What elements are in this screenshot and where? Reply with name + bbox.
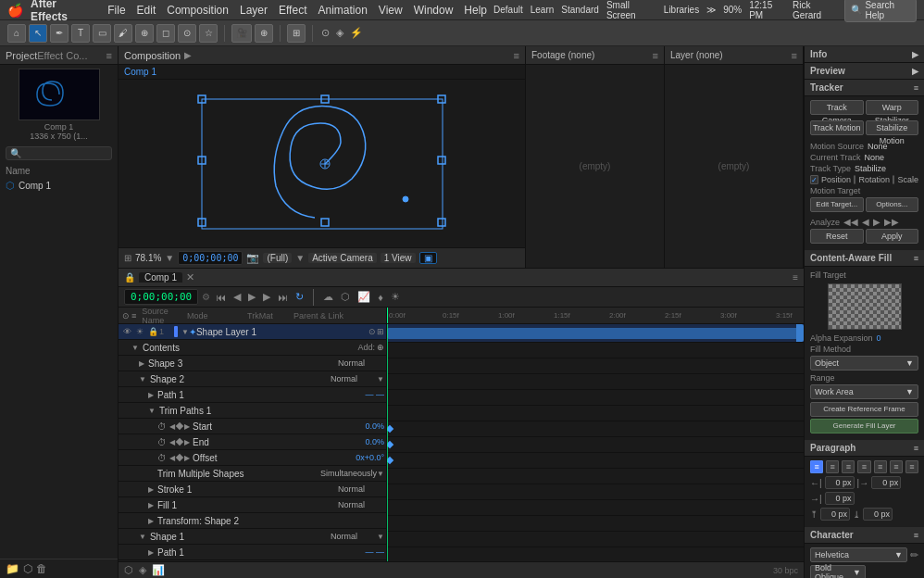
camera-tool[interactable]: 🎥	[231, 24, 252, 43]
create-ref-frame-btn[interactable]: Create Reference Frame	[810, 402, 918, 417]
stroke1-mode[interactable]: Normal	[338, 484, 384, 494]
timeline-close[interactable]: ✕	[186, 271, 194, 283]
menu-help[interactable]: Help	[459, 4, 492, 17]
shape3-row[interactable]: ▶ Shape 3 Normal	[119, 356, 386, 371]
end-stopwatch[interactable]: ⏱	[157, 437, 167, 447]
bottom-graph[interactable]: 📊	[152, 564, 165, 576]
align-justify-all-btn[interactable]: ≡	[905, 460, 918, 473]
options-btn[interactable]: Options...	[866, 197, 919, 212]
shape2-mode[interactable]: Normal	[331, 374, 377, 383]
track-row-start[interactable]	[387, 421, 804, 437]
align-center-btn[interactable]: ≡	[826, 460, 839, 473]
contents-expand[interactable]: ▼	[131, 344, 139, 352]
layer-1-mode-icons2[interactable]: ⊞	[377, 327, 384, 336]
align-right-btn[interactable]: ≡	[842, 460, 855, 473]
font-style-dropdown[interactable]: Bold Oblique ▼	[810, 565, 866, 578]
new-folder-icon[interactable]: 📁	[6, 562, 19, 575]
font-name-dropdown[interactable]: Helvetica ▼	[810, 547, 907, 562]
viewer-timecode[interactable]: 0;00;00;00	[178, 251, 243, 265]
track-motion-btn[interactable]: Track Motion	[810, 120, 864, 135]
track-row-trim[interactable]	[387, 406, 804, 421]
workspace-expand[interactable]: ≫	[706, 5, 716, 15]
align-justify-last-center-btn[interactable]: ≡	[890, 460, 903, 473]
workspace-standard[interactable]: Standard	[561, 5, 599, 15]
text-tool[interactable]: T	[71, 24, 90, 43]
shape3-expand[interactable]: ▶	[139, 359, 144, 368]
select-tool[interactable]: ↖	[29, 24, 47, 43]
tl-motion-blur-toggle[interactable]: ☁	[321, 291, 335, 303]
preview-expand[interactable]: ▶	[912, 67, 918, 76]
menu-layer[interactable]: Layer	[235, 4, 272, 17]
viewer-panel-menu[interactable]: ≡	[514, 50, 519, 61]
offset-stopwatch[interactable]: ⏱	[157, 453, 167, 463]
trim-expand[interactable]: ▼	[148, 407, 156, 415]
align-justify-btn[interactable]: ≡	[857, 460, 870, 473]
bottom-new-comp[interactable]: ⬡	[124, 564, 133, 576]
menu-composition[interactable]: Composition	[162, 4, 233, 17]
footage-panel-menu[interactable]: ≡	[653, 50, 658, 61]
track-row-fill1[interactable]	[387, 500, 804, 516]
tl-add-marker[interactable]: ♦	[376, 292, 385, 303]
add-button[interactable]: ⊕	[377, 343, 384, 352]
track-row-trim-mult[interactable]	[387, 469, 804, 484]
end-kf-back[interactable]: ◀	[169, 438, 175, 446]
end-kf-fwd[interactable]: ▶	[184, 438, 190, 446]
start-value[interactable]: 0.0%	[365, 421, 384, 431]
track-row-path1[interactable]	[387, 390, 804, 406]
position-checkbox[interactable]	[810, 175, 818, 184]
trim-multiple-row[interactable]: Trim Multiple Shapes Simultaneously ▼	[119, 466, 386, 482]
space-after-input[interactable]	[863, 508, 893, 521]
eraser-tool[interactable]: ◻	[156, 24, 175, 43]
track-row-stroke1[interactable]	[387, 484, 804, 500]
rotation-checkbox[interactable]	[854, 175, 855, 184]
motion-blur-toggle[interactable]: ⊙	[319, 27, 331, 39]
viewer-views[interactable]: 1 View	[381, 253, 416, 263]
layer-1-lock[interactable]: 🔒	[146, 325, 159, 338]
effect-controls-tab[interactable]: Effect Co...	[37, 50, 87, 61]
edit-target-btn[interactable]: Edit Target...	[810, 197, 864, 212]
fill1-expand[interactable]: ▶	[148, 501, 154, 509]
offset-diamond[interactable]	[176, 454, 183, 461]
tl-skip-back[interactable]: ⏮	[214, 292, 228, 303]
trim-mult-dropdown[interactable]: ▼	[377, 470, 384, 478]
range-dropdown[interactable]: Work Area ▼	[810, 384, 918, 399]
track-row-ts2[interactable]	[387, 516, 804, 532]
project-item-comp1[interactable]: ⬡ Comp 1	[0, 178, 118, 194]
track-row-shape1[interactable]	[387, 532, 804, 547]
shape1-mode-dropdown[interactable]: ▼	[377, 533, 384, 541]
character-expand[interactable]: ≡	[914, 531, 918, 540]
shape1-mode[interactable]: Normal	[331, 532, 377, 541]
viewer-view-mode[interactable]: Active Camera	[308, 253, 377, 263]
viewer-render-icon[interactable]: ▣	[419, 252, 437, 264]
track-row-shape3[interactable]	[387, 358, 804, 374]
space-before-input[interactable]	[820, 508, 850, 521]
layer-1-solo[interactable]: ☀	[133, 325, 146, 338]
tl-next-frame[interactable]: ▶	[261, 291, 272, 303]
new-comp-icon[interactable]: ⬡	[23, 562, 32, 575]
layer-tab[interactable]: Layer (none)	[670, 50, 723, 60]
shape2-expand[interactable]: ▼	[139, 375, 146, 383]
timeline-panel-menu[interactable]: ≡	[793, 272, 798, 283]
offset-kf-fwd[interactable]: ▶	[184, 454, 190, 462]
contents-row[interactable]: ▼ Contents Add: ⊕	[119, 340, 386, 356]
path1-expand[interactable]: ▶	[148, 391, 154, 399]
shape-tool[interactable]: ▭	[93, 24, 111, 43]
viewer-snapshot[interactable]: 📷	[246, 252, 259, 264]
menu-file[interactable]: File	[103, 4, 130, 17]
caf-header[interactable]: Content-Aware Fill ≡	[805, 250, 924, 267]
pen-tool[interactable]: ✒	[50, 24, 69, 43]
fill-method-dropdown[interactable]: Object ▼	[810, 356, 918, 371]
shape1-row[interactable]: ▼ Shape 1 Normal ▼	[119, 529, 386, 545]
viewer-res-dropdown[interactable]: ▼	[295, 253, 305, 263]
shape2-row[interactable]: ▼ Shape 2 Normal ▼	[119, 371, 386, 387]
align-justify-last-left-btn[interactable]: ≡	[874, 460, 887, 473]
viewer-zoom-dropdown[interactable]: ▼	[165, 253, 174, 263]
tl-graph-editor[interactable]: 📈	[356, 291, 372, 303]
layer-row-1[interactable]: 👁 ☀ 🔒 1 ▼ ✦ Shape Layer 1 ⊙ ⊞	[119, 324, 386, 340]
pencil-icon[interactable]: ✏	[910, 549, 918, 561]
track-camera-btn[interactable]: Track Camera	[810, 100, 864, 115]
timeline-lock-icon[interactable]: 🔒	[124, 272, 135, 283]
track-row-s1-path1[interactable]	[387, 547, 804, 561]
tl-skip-fwd[interactable]: ⏭	[276, 292, 290, 303]
bottom-draft-toggle[interactable]: ◈	[139, 564, 146, 576]
